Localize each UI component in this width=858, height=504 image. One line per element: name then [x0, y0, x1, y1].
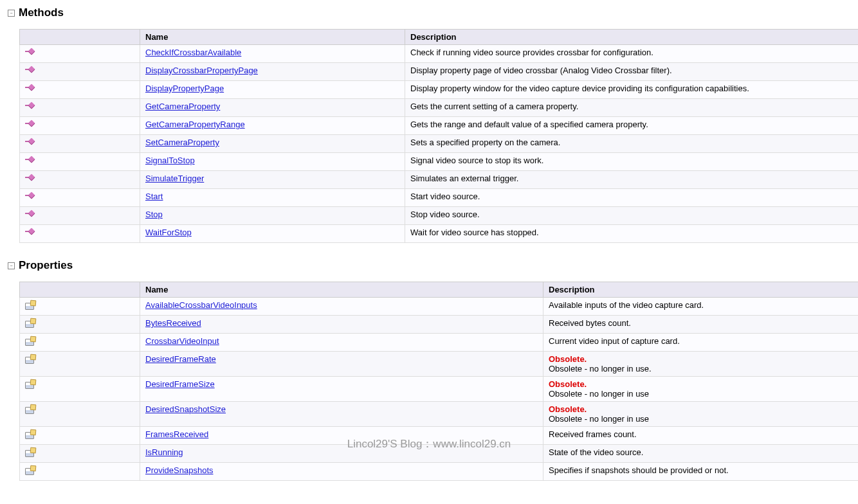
icon-cell: [20, 207, 140, 225]
method-link[interactable]: SignalToStop: [145, 156, 195, 165]
obsolete-label: Obsolete.: [549, 404, 587, 414]
method-link[interactable]: DisplayPropertyPage: [145, 84, 224, 93]
method-link[interactable]: CheckIfCrossbarAvailable: [145, 48, 241, 57]
table-row: ProvideSnapshotsSpecifies if snapshots s…: [20, 463, 859, 481]
property-link[interactable]: DesiredFrameRate: [145, 354, 216, 364]
icon-cell: [20, 63, 140, 81]
name-cell: AvailableCrossbarVideoInputs: [140, 298, 543, 316]
description-cell: State of the video source.: [543, 445, 859, 463]
icon-cell: [20, 427, 140, 445]
property-icon: [25, 318, 35, 328]
property-link[interactable]: DesiredFrameSize: [145, 379, 215, 389]
name-cell: SignalToStop: [140, 153, 405, 171]
description-cell: Obsolete.Obsolete - no longer in use: [543, 402, 859, 427]
method-link[interactable]: Stop: [145, 210, 163, 219]
table-row: DisplayCrossbarPropertyPageDisplay prope…: [20, 63, 859, 81]
property-link[interactable]: DesiredSnapshotSize: [145, 404, 226, 414]
icon-cell: [20, 171, 140, 189]
method-icon: [25, 66, 35, 76]
description-cell: Received bytes count.: [543, 316, 859, 334]
name-cell: Start: [140, 189, 405, 207]
icon-cell: [20, 334, 140, 352]
section-header: − Methods: [8, 6, 852, 19]
icon-cell: [20, 117, 140, 135]
icon-cell: [20, 463, 140, 481]
icon-cell: [20, 99, 140, 117]
section-header: − Properties: [8, 259, 852, 272]
table-row: SimulateTriggerSimulates an external tri…: [20, 171, 859, 189]
icon-cell: [20, 45, 140, 63]
method-icon: [25, 102, 35, 112]
table-row: BytesReceivedReceived bytes count.: [20, 316, 859, 334]
method-link[interactable]: WaitForStop: [145, 228, 192, 237]
table-row: StartStart video source.: [20, 189, 859, 207]
description-cell: Received frames count.: [543, 427, 859, 445]
method-icon: [25, 228, 35, 238]
method-icon: [25, 210, 35, 220]
table-row: StopStop video source.: [20, 207, 859, 225]
header-icon: [20, 282, 140, 298]
collapse-icon[interactable]: −: [8, 10, 15, 17]
method-icon: [25, 156, 35, 166]
name-cell: DesiredFrameSize: [140, 377, 543, 402]
description-cell: Start video source.: [405, 189, 859, 207]
table-row: GetCameraPropertyGets the current settin…: [20, 99, 859, 117]
table-row: IsRunningState of the video source.: [20, 445, 859, 463]
method-icon: [25, 48, 35, 58]
property-link[interactable]: FramesReceived: [145, 429, 208, 439]
method-link[interactable]: SetCameraProperty: [145, 138, 219, 147]
property-link[interactable]: IsRunning: [145, 447, 183, 457]
table-row: DesiredFrameSizeObsolete.Obsolete - no l…: [20, 377, 859, 402]
method-link[interactable]: DisplayCrossbarPropertyPage: [145, 66, 258, 75]
method-icon: [25, 84, 35, 94]
name-cell: Stop: [140, 207, 405, 225]
table-row: SetCameraPropertySets a specified proper…: [20, 135, 859, 153]
method-link[interactable]: GetCameraProperty: [145, 102, 220, 111]
property-icon: [25, 336, 35, 346]
method-icon: [25, 120, 35, 130]
collapse-icon[interactable]: −: [8, 262, 15, 269]
description-cell: Obsolete.Obsolete - no longer in use.: [543, 352, 859, 377]
icon-cell: [20, 316, 140, 334]
description-cell: Check if running video source provides c…: [405, 45, 859, 63]
name-cell: GetCameraProperty: [140, 99, 405, 117]
icon-cell: [20, 377, 140, 402]
section-title: Properties: [19, 259, 73, 272]
table-row: CheckIfCrossbarAvailableCheck if running…: [20, 45, 859, 63]
method-icon: [25, 138, 35, 148]
property-link[interactable]: CrossbarVideoInput: [145, 336, 219, 346]
description-text: Obsolete - no longer in use: [549, 414, 649, 424]
property-icon: [25, 379, 35, 390]
header-icon: [20, 30, 140, 45]
obsolete-label: Obsolete.: [549, 354, 587, 364]
property-link[interactable]: BytesReceived: [145, 318, 201, 328]
obsolete-label: Obsolete.: [549, 379, 587, 389]
header-name: Name: [140, 282, 543, 298]
description-cell: Simulates an external trigger.: [405, 171, 859, 189]
name-cell: FramesReceived: [140, 427, 543, 445]
method-link[interactable]: Start: [145, 192, 163, 201]
table-row: DesiredFrameRateObsolete.Obsolete - no l…: [20, 352, 859, 377]
table-row: SignalToStopSignal video source to stop …: [20, 153, 859, 171]
name-cell: BytesReceived: [140, 316, 543, 334]
section-title: Methods: [19, 6, 64, 19]
property-link[interactable]: AvailableCrossbarVideoInputs: [145, 300, 257, 310]
property-link[interactable]: ProvideSnapshots: [145, 465, 214, 475]
description-text: Obsolete - no longer in use: [549, 389, 649, 399]
table-row: WaitForStopWait for video source has sto…: [20, 225, 859, 243]
description-cell: Current video input of capture card.: [543, 334, 859, 352]
name-cell: CrossbarVideoInput: [140, 334, 543, 352]
description-cell: Display property page of video crossbar …: [405, 63, 859, 81]
description-cell: Gets the current setting of a camera pro…: [405, 99, 859, 117]
methods-section: − Methods Name Description CheckIfCrossb…: [6, 6, 852, 243]
table-row: AvailableCrossbarVideoInputsAvailable in…: [20, 298, 859, 316]
icon-cell: [20, 298, 140, 316]
table-row: GetCameraPropertyRangeGets the range and…: [20, 117, 859, 135]
icon-cell: [20, 352, 140, 377]
method-icon: [25, 192, 35, 202]
description-cell: Specifies if snapshots should be provide…: [543, 463, 859, 481]
method-link[interactable]: SimulateTrigger: [145, 174, 204, 183]
method-link[interactable]: GetCameraPropertyRange: [145, 120, 245, 129]
property-icon: [25, 300, 35, 310]
method-icon: [25, 174, 35, 184]
